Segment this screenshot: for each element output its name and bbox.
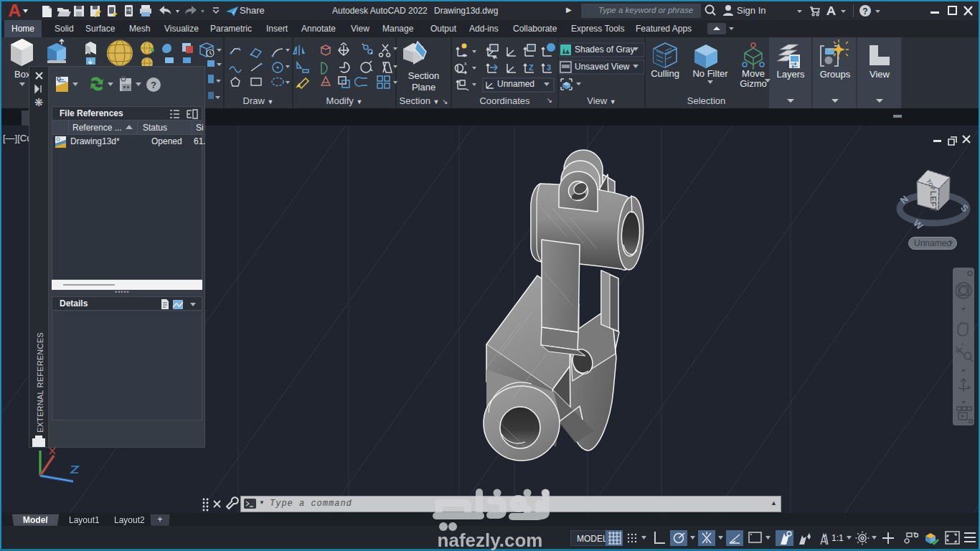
svg-text:❋: ❋ — [34, 96, 44, 108]
svg-text:?: ? — [862, 6, 867, 17]
svg-text:?: ? — [151, 80, 156, 90]
svg-text:Unnamed: Unnamed — [497, 79, 534, 89]
svg-text:Shades of Gray: Shades of Gray — [575, 44, 634, 55]
svg-text:x: x — [464, 61, 467, 66]
svg-text:1:1: 1:1 — [831, 533, 844, 543]
svg-text:Unsaved View: Unsaved View — [575, 62, 630, 72]
svg-text:Culling: Culling — [651, 68, 679, 79]
svg-text:Move: Move — [742, 68, 765, 79]
svg-text:View: View — [870, 69, 890, 80]
svg-text:Layers: Layers — [776, 69, 805, 80]
svg-text:3: 3 — [547, 63, 551, 72]
svg-text:LEFT: LEFT — [929, 191, 938, 212]
svg-text:Z: Z — [529, 63, 534, 72]
svg-text:EXTERNAL REFERENCES: EXTERNAL REFERENCES — [36, 332, 44, 433]
svg-text:Groups: Groups — [820, 69, 851, 80]
svg-text:Gizmo: Gizmo — [740, 78, 767, 89]
svg-text:No Filter: No Filter — [692, 68, 728, 79]
